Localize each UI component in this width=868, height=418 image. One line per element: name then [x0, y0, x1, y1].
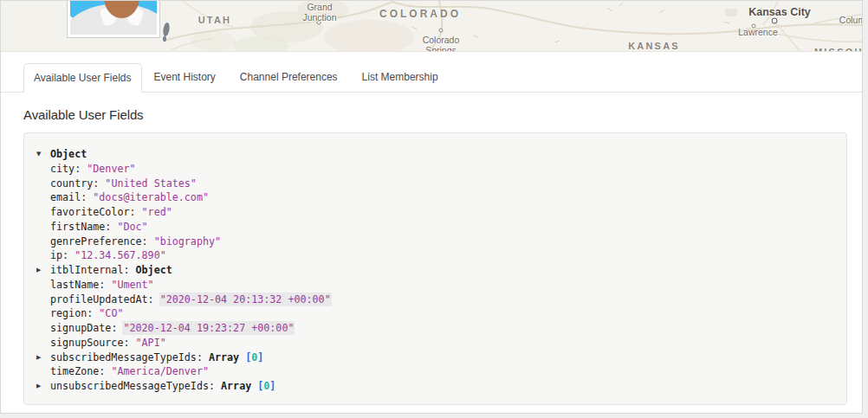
key-separator: :: [123, 337, 135, 349]
expand-toggle-icon[interactable]: ▶: [36, 263, 41, 278]
map-city-label: Lawrence: [738, 28, 778, 38]
value-type-label: Object: [50, 148, 87, 160]
map-state-label: MISSOURI: [814, 47, 862, 52]
field-key: signupSource: [50, 337, 123, 349]
field-value: "Ument": [111, 279, 153, 291]
object-viewer: ▼Objectcity: "Denver"country: "United St…: [23, 132, 847, 405]
field-key: firstName: [50, 221, 105, 233]
viewer-row: ▼Object: [24, 147, 832, 162]
field-key: itblInternal: [50, 264, 123, 276]
field-key: signupDate: [50, 322, 111, 334]
field-key: subscribedMessageTypeIds: [50, 351, 197, 363]
field-value: "docs@iterable.com": [93, 191, 209, 203]
key-separator: :: [74, 163, 87, 175]
viewer-row: ▶unsubscribedMessageTypeIds: Array [0]: [24, 379, 832, 394]
object-viewer-rows: ▼Objectcity: "Denver"country: "United St…: [24, 147, 832, 394]
viewer-row: country: "United States": [24, 177, 832, 191]
value-type-label: Array: [221, 380, 251, 392]
field-value: "red": [142, 206, 172, 218]
user-profile-card: UTAH COLORADO KANSAS MISSOURI Grand Junc…: [0, 0, 863, 414]
location-map[interactable]: UTAH COLORADO KANSAS MISSOURI Grand Junc…: [1, 1, 862, 52]
city-marker-icon: [439, 29, 444, 33]
city-marker-icon: [772, 18, 778, 24]
viewer-row: ip: "12.34.567.890": [24, 248, 832, 263]
map-city-label: Grand Junction: [296, 3, 343, 23]
viewer-row: ▶itblInternal: Object: [24, 263, 832, 278]
field-value: "CO": [99, 307, 123, 319]
value-type-label: Object: [136, 264, 172, 276]
viewer-row: profileUpdatedAt: "2020-12-04 20:13:32 +…: [24, 293, 832, 307]
viewer-row: ▶subscribedMessageTypeIds: Array [0]: [24, 350, 832, 365]
tab-list-membership[interactable]: List Membership: [350, 63, 450, 92]
field-value: "America/Denver": [111, 365, 209, 377]
viewer-row: lastName: "Ument": [24, 278, 832, 293]
map-state-label: UTAH: [198, 15, 232, 25]
key-separator: :: [81, 191, 93, 203]
field-key: timeZone: [50, 365, 99, 377]
key-separator: :: [93, 177, 105, 190]
viewer-row: firstName: "Doc": [24, 220, 832, 235]
key-separator: :: [99, 365, 111, 377]
viewer-row: timeZone: "America/Denver": [24, 364, 832, 379]
field-key: genrePreference: [50, 235, 142, 248]
field-key: unsubscribedMessageTypeIds: [50, 380, 209, 392]
key-separator: :: [87, 307, 99, 319]
collapse-toggle-icon[interactable]: ▼: [36, 147, 41, 162]
expand-toggle-icon[interactable]: ▶: [36, 350, 41, 365]
key-separator: :: [209, 380, 221, 392]
field-value: "biography": [154, 235, 221, 248]
profile-tabs: Available User Fields Event History Chan…: [1, 63, 862, 93]
key-separator: :: [62, 249, 74, 261]
map-city-label: Columbia: [839, 16, 862, 26]
field-key: country: [50, 177, 93, 190]
map-city-label: Colorado Springs: [418, 35, 464, 52]
map-state-label: COLORADO: [379, 8, 461, 20]
field-key: region: [50, 307, 87, 319]
field-key: city: [50, 163, 74, 175]
viewer-row: region: "CO": [24, 306, 832, 321]
user-avatar: [67, 1, 160, 38]
field-value: "Denver": [87, 163, 135, 175]
field-key: profileUpdatedAt: [50, 293, 148, 305]
field-value: "Doc": [117, 221, 147, 233]
field-key: lastName: [50, 279, 99, 291]
key-separator: :: [197, 351, 209, 363]
expand-toggle-icon[interactable]: ▶: [36, 379, 41, 394]
key-separator: :: [142, 235, 154, 248]
field-key: ip: [50, 249, 62, 261]
map-state-label: KANSAS: [628, 41, 680, 51]
viewer-row: favoriteColor: "red": [24, 205, 832, 220]
key-separator: :: [123, 264, 135, 276]
value-type-label: Array: [209, 351, 239, 363]
viewer-row: signupDate: "2020-12-04 19:23:27 +00:00": [24, 321, 832, 336]
field-value: "2020-12-04 20:13:32 +00:00": [160, 293, 331, 305]
map-city-label: Kansas City: [748, 6, 811, 18]
viewer-row: signupSource: "API": [24, 336, 832, 350]
field-value: "2020-12-04 19:23:27 +00:00": [123, 322, 294, 334]
array-bracket: ]: [257, 351, 263, 363]
viewer-row: city: "Denver": [24, 162, 832, 177]
key-separator: :: [105, 221, 117, 233]
field-key: favoriteColor: [50, 206, 129, 218]
field-value: "API": [136, 337, 166, 349]
section-heading: Available User Fields: [23, 107, 862, 122]
key-separator: :: [111, 322, 123, 334]
key-separator: :: [99, 279, 111, 291]
array-bracket: ]: [269, 380, 275, 392]
tab-event-history[interactable]: Event History: [142, 63, 228, 92]
tab-available-user-fields[interactable]: Available User Fields: [23, 63, 142, 93]
viewer-row: email: "docs@iterable.com": [24, 190, 832, 205]
key-separator: :: [148, 293, 160, 305]
field-key: email: [50, 191, 81, 203]
key-separator: :: [129, 206, 141, 218]
tab-channel-preferences[interactable]: Channel Preferences: [228, 63, 350, 92]
field-value: "12.34.567.890": [74, 249, 166, 261]
field-value: "United States": [105, 177, 197, 190]
viewer-row: genrePreference: "biography": [24, 235, 832, 249]
